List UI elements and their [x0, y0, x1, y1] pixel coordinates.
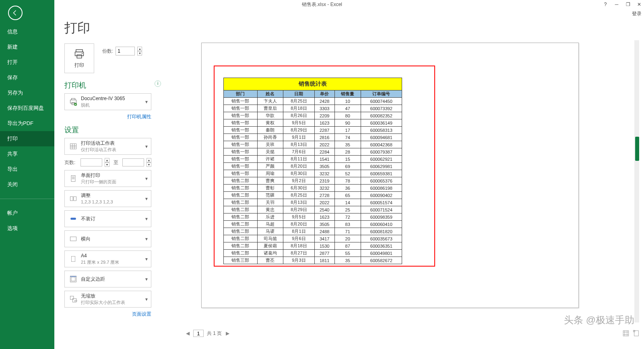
pages-to-label: 至 [112, 159, 120, 166]
data-table: 销售统计表部门姓名日期单价销售量订单编号销售一部卞夫人8月25日24281060… [223, 78, 402, 264]
chevron-down-icon: ▼ [144, 197, 149, 201]
column-header: 单价 [314, 90, 334, 98]
scale-dropdown[interactable]: 100 无缩放打印实际大小的工作表 ▼ [64, 291, 151, 308]
table-row: 销售一部严颜8月20日350569600629981 [224, 163, 402, 170]
window-controls: ? ─ ❐ ✕ [602, 0, 642, 9]
table-row: 销售一部华歆8月26日220980600082352 [224, 112, 402, 119]
print-button-label: 打印 [74, 62, 84, 69]
svg-rect-0 [76, 49, 83, 52]
margins-dropdown[interactable]: 自定义边距 ▼ [64, 271, 151, 287]
table-row: 销售二部范疆8月25日272865600090402 [224, 192, 402, 199]
preview-page: 销售统计表部门姓名日期单价销售量订单编号销售一部卞夫人8月25日24281060… [201, 43, 579, 308]
landscape-icon [69, 235, 77, 243]
next-page-button[interactable]: ▶ [225, 331, 230, 336]
sign-in-link[interactable]: 登录 [632, 10, 642, 17]
chevron-down-icon: ▼ [144, 217, 149, 221]
svg-rect-2 [77, 55, 82, 58]
table-row: 销售二部黄忠8月29日254025600071524 [224, 206, 402, 214]
svg-rect-12 [70, 218, 76, 220]
copies-spinner[interactable]: ▲▼ [137, 47, 142, 55]
help-icon[interactable]: ? [602, 2, 609, 7]
printer-dropdown[interactable]: DocuCentre-IV 3065脱机 ▼ [64, 93, 151, 110]
page-side-icon [69, 174, 77, 183]
page-setup-link[interactable]: 页面设置 [64, 311, 151, 318]
sheet-content: 销售统计表部门姓名日期单价销售量订单编号销售一部卞夫人8月25日24281060… [223, 78, 402, 264]
back-button[interactable] [8, 6, 23, 20]
svg-rect-4 [70, 100, 76, 103]
printer-section-title: 打印机 [64, 80, 161, 90]
page-from-input[interactable] [80, 158, 102, 166]
sidebar-item-7[interactable]: 打印 [0, 131, 54, 146]
arrow-left-icon [12, 9, 19, 16]
sidebar-item-5[interactable]: 保存到百度网盘 [0, 101, 54, 116]
orientation-dropdown[interactable]: 横向 ▼ [64, 230, 151, 247]
sidebar-bottom-item-0[interactable]: 帐户 [0, 205, 54, 221]
sidebar-item-10[interactable]: 关闭 [0, 177, 54, 192]
print-what-dropdown[interactable]: 打印活动工作表仅打印活动工作表 ▼ [64, 138, 151, 155]
table-row: 销售一部孙尚香9月1日281674600094681 [224, 134, 402, 141]
table-row: 销售二部乐进9月5日162372600098359 [224, 214, 402, 221]
table-row: 销售二部曹爽9月2日231978600065376 [224, 177, 402, 185]
print-button[interactable]: 打印 [64, 43, 94, 73]
svg-rect-5 [71, 99, 75, 100]
sidebar-bottom-item-1[interactable]: 选项 [0, 221, 54, 236]
svg-rect-8 [70, 144, 76, 149]
svg-point-3 [82, 53, 83, 53]
paper-dropdown[interactable]: A421 厘米 x 29.7 厘米 ▼ [64, 250, 151, 267]
page-to-input[interactable] [122, 158, 144, 166]
spinner-up-icon[interactable]: ▲ [137, 47, 142, 51]
table-row: 销售一部曹皇后8月18日330347600073392 [224, 105, 402, 112]
page-from-spinner[interactable]: ▲▼ [105, 158, 109, 167]
window-title: 销售表.xlsx - Excel [302, 1, 342, 8]
sidebar-item-0[interactable]: 信息 [0, 24, 54, 39]
sides-dropdown[interactable]: 单面打印只打印一侧的页面 ▼ [64, 170, 151, 187]
svg-rect-16 [71, 277, 75, 281]
current-page-input[interactable] [193, 330, 204, 337]
close-icon[interactable]: ✕ [636, 2, 642, 7]
zoom-controls [622, 330, 640, 337]
table-row: 销售一部周瑜8月30日323252600659381 [224, 170, 402, 177]
table-row: 销售二部关羽8月13日202214600051574 [224, 199, 402, 206]
column-header: 部门 [224, 90, 258, 98]
prev-page-button[interactable]: ◀ [185, 331, 190, 336]
column-header: 销售量 [334, 90, 361, 98]
minimize-icon[interactable]: ─ [613, 2, 620, 7]
svg-rect-1 [75, 52, 84, 55]
spinner-down-icon[interactable]: ▼ [137, 51, 142, 55]
sidebar-item-4[interactable]: 另存为 [0, 85, 54, 101]
chevron-down-icon: ▼ [144, 237, 149, 241]
printer-icon [74, 48, 85, 60]
sidebar-item-8[interactable]: 共享 [0, 146, 54, 162]
info-icon[interactable]: i [155, 80, 161, 87]
sidebar-item-9[interactable]: 导出 [0, 162, 54, 177]
sidebar-item-6[interactable]: 导出为PDF [0, 116, 54, 131]
sidebar-item-3[interactable]: 保存 [0, 70, 54, 85]
table-row: 销售一部许褚8月11日154115600062921 [224, 156, 402, 163]
scrollbar-thumb[interactable] [635, 137, 639, 161]
preview-scrollbar[interactable] [634, 40, 639, 322]
table-row: 销售一部吴班8月13日202235600042368 [224, 141, 402, 148]
table-row: 销售二部马谡8月1日248871600081820 [224, 228, 402, 235]
sheet-title: 销售统计表 [224, 78, 402, 90]
staple-dropdown[interactable]: 不装订 ▼ [64, 210, 151, 227]
sidebar-item-2[interactable]: 打开 [0, 55, 54, 70]
backstage-sidebar: 信息新建打开保存另存为保存到百度网盘导出为PDF打印共享导出关闭 帐户选项 [0, 0, 54, 349]
restore-icon[interactable]: ❐ [625, 2, 631, 7]
print-preview: 销售统计表部门姓名日期单价销售量订单编号销售一部卞夫人8月25日24281060… [185, 40, 639, 322]
chevron-down-icon: ▼ [144, 144, 149, 149]
table-row: 销售一部吴懿7月6日228428600079387 [224, 148, 402, 156]
zoom-to-page-icon[interactable] [633, 330, 640, 337]
show-margins-icon[interactable] [622, 330, 630, 337]
total-pages-label: 共 1 页 [207, 330, 222, 337]
sidebar-item-1[interactable]: 新建 [0, 39, 54, 55]
collate-dropdown[interactable]: 调整1,2,3 1,2,3 1,2,3 ▼ [64, 190, 151, 207]
table-row: 销售二部夏侯霸8月18日153087600036351 [224, 242, 402, 250]
page-to-spinner[interactable]: ▲▼ [147, 158, 151, 167]
svg-text:100: 100 [74, 300, 77, 302]
printer-props-link[interactable]: 打印机属性 [64, 113, 151, 120]
copies-label: 份数: [102, 48, 113, 55]
svg-point-7 [74, 103, 77, 106]
print-settings-panel: 打印 打印 份数: ▲▼ 打印机 i DocuCentre-IV 3065脱机 … [64, 19, 161, 322]
copies-input[interactable] [116, 47, 135, 55]
svg-rect-13 [70, 237, 76, 241]
